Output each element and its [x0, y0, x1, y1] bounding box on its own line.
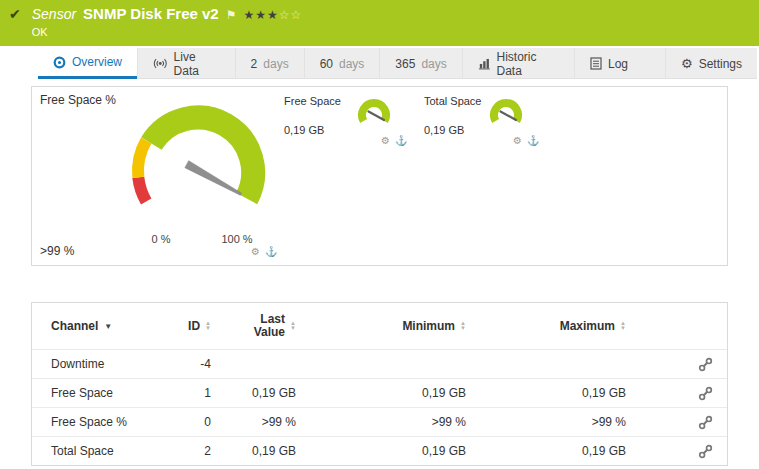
channel-id: -4: [171, 357, 211, 371]
overview-icon: [53, 56, 66, 69]
channel-id: 2: [171, 444, 211, 458]
stars-empty[interactable]: ☆☆: [279, 8, 303, 22]
sensor-header: ✔ Sensor SNMP Disk Free v2 ⚑ ★★★☆☆ OK: [0, 0, 759, 46]
channel-id: 1: [171, 386, 211, 400]
overview-gauge-panel: Free Space % 0 % 100 % >99 % ⚙⚓ Free Spa…: [31, 86, 728, 266]
channel-name[interactable]: Free Space: [51, 386, 171, 400]
tab-365-days[interactable]: 365 days: [379, 48, 461, 79]
last-value: >99 %: [211, 415, 296, 429]
tab-label: Overview: [72, 55, 122, 69]
tab-2-days[interactable]: 2 days: [235, 48, 304, 79]
table-row[interactable]: Total Space 2 0,19 GB 0,19 GB 0,19 GB: [32, 436, 727, 465]
object-kind-label: Sensor: [32, 6, 76, 22]
gauge-gear-icon[interactable]: ⚙: [381, 135, 390, 146]
primary-gauge-value: >99 %: [40, 244, 74, 258]
tab-settings[interactable]: ⚙ Settings: [665, 48, 757, 79]
historic-data-icon: [478, 57, 491, 70]
gauge-needle: [501, 112, 517, 121]
mini-gauge-controls: ⚙⚓: [376, 135, 407, 146]
channel-settings-icon[interactable]: [698, 357, 713, 372]
tab-historic-data[interactable]: Historic Data: [462, 48, 574, 79]
tab-label: Settings: [699, 57, 742, 71]
tab-log[interactable]: Log: [574, 48, 643, 79]
channel-id: 0: [171, 415, 211, 429]
mini-gauge-controls: ⚙⚓: [508, 135, 539, 146]
channel-settings-icon[interactable]: [698, 444, 713, 459]
header-maximum[interactable]: Maximum ▲▼: [466, 319, 626, 333]
status-badge: OK: [32, 26, 303, 38]
gauge-scale-min: 0 %: [152, 233, 171, 245]
flag-icon[interactable]: ⚑: [226, 8, 237, 22]
channel-name[interactable]: Total Space: [51, 444, 171, 458]
minimum-value: 0,19 GB: [296, 386, 466, 400]
header-id[interactable]: ID ▲▼: [171, 319, 211, 333]
live-data-icon: [153, 57, 168, 70]
tab-label: Historic Data: [496, 50, 558, 78]
mini-gauge-value: 0,19 GB: [424, 124, 464, 136]
last-value: 0,19 GB: [211, 444, 296, 458]
gauge-pin-icon[interactable]: ⚓: [395, 135, 407, 146]
minimum-value: 0,19 GB: [296, 444, 466, 458]
mini-channel-gauge: [352, 97, 396, 137]
tab-unit: days: [421, 57, 446, 71]
channel-settings-icon[interactable]: [698, 386, 713, 401]
log-icon: [590, 57, 602, 70]
maximum-value: 0,19 GB: [466, 444, 626, 458]
mini-gauge-title: Total Space: [424, 95, 481, 107]
last-value: 0,19 GB: [211, 386, 296, 400]
mini-gauge-title: Free Space: [284, 95, 341, 107]
priority-stars[interactable]: ★★★☆☆: [243, 8, 302, 22]
tab-unit: days: [339, 57, 364, 71]
primary-channel-gauge: 0 % 100 %: [104, 93, 294, 253]
channel-name[interactable]: Free Space %: [51, 415, 171, 429]
gauge-pin-icon[interactable]: ⚓: [527, 135, 539, 146]
stars-filled[interactable]: ★★★: [243, 8, 278, 22]
tab-overview[interactable]: Overview: [38, 48, 137, 79]
tab-60-days[interactable]: 60 days: [304, 48, 380, 79]
header-minimum[interactable]: Minimum ▲▼: [296, 319, 466, 333]
channel-menu-caret-icon[interactable]: ▼: [104, 322, 112, 331]
settings-gear-icon: ⚙: [681, 57, 693, 70]
gauge-needle: [369, 112, 385, 121]
channel-settings-icon[interactable]: [698, 415, 713, 430]
tab-label: Log: [608, 57, 628, 71]
gauge-pin-icon[interactable]: ⚓: [265, 246, 277, 257]
gauge-scale-max: 100 %: [221, 233, 252, 245]
tab-number: 60: [320, 57, 333, 71]
maximum-value: >99 %: [466, 415, 626, 429]
channel-table-header: Channel ▼ ID ▲▼ Last Value ▲▼ Minimum ▲▼…: [32, 303, 727, 349]
tab-number: 2: [251, 57, 258, 71]
tab-number: 365: [395, 57, 415, 71]
header-last-value[interactable]: Last Value ▲▼: [211, 313, 296, 339]
table-row[interactable]: Downtime -4: [32, 349, 727, 378]
channel-name[interactable]: Downtime: [51, 357, 171, 371]
tab-live-data[interactable]: Live Data: [137, 48, 235, 79]
gauge-gear-icon[interactable]: ⚙: [251, 246, 260, 257]
status-ok-icon: ✔: [9, 5, 21, 46]
mini-gauge-value: 0,19 GB: [284, 124, 324, 136]
tab-label: Live Data: [174, 50, 220, 78]
tab-bar: Overview Live Data 2 days 60 days 365 da…: [38, 48, 757, 79]
header-channel[interactable]: Channel ▼: [51, 319, 171, 333]
table-row[interactable]: Free Space 1 0,19 GB 0,19 GB 0,19 GB: [32, 378, 727, 407]
title-block: Sensor SNMP Disk Free v2 ⚑ ★★★☆☆ OK: [32, 5, 303, 46]
sensor-title: SNMP Disk Free v2: [83, 5, 219, 22]
gauge-gear-icon[interactable]: ⚙: [513, 135, 522, 146]
gauge-needle: [185, 161, 242, 196]
maximum-value: 0,19 GB: [466, 386, 626, 400]
table-row[interactable]: Free Space % 0 >99 % >99 % >99 %: [32, 407, 727, 436]
mini-channel-gauge: [484, 97, 528, 137]
tab-unit: days: [263, 57, 288, 71]
minimum-value: >99 %: [296, 415, 466, 429]
channel-table: Channel ▼ ID ▲▼ Last Value ▲▼ Minimum ▲▼…: [31, 302, 728, 466]
sort-icon[interactable]: ▲▼: [620, 321, 626, 331]
primary-gauge-controls: ⚙⚓: [246, 246, 277, 257]
